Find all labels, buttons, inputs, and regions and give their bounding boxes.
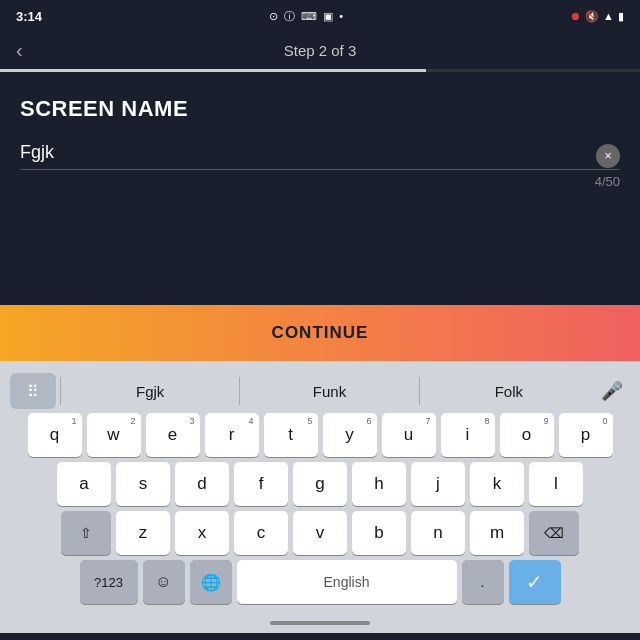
key-v[interactable]: v <box>293 511 347 555</box>
key-w[interactable]: 2w <box>87 413 141 457</box>
suggestion-divider-2 <box>239 377 240 405</box>
key-row-4: ?123 ☺ 🌐 English . ✓ <box>4 560 636 604</box>
key-n[interactable]: n <box>411 511 465 555</box>
key-row-3: ⇧ z x c v b n m ⌫ <box>4 511 636 555</box>
back-button[interactable]: ‹ <box>16 39 23 62</box>
key-row-1: 1q 2w 3e 4r 5t 6y 7u 8i 9o 0p <box>4 413 636 457</box>
key-e[interactable]: 3e <box>146 413 200 457</box>
key-h[interactable]: h <box>352 462 406 506</box>
suggestion-divider-1 <box>60 377 61 405</box>
suggestion-1[interactable]: Fgjk <box>65 383 235 400</box>
record-icon: ⏺ <box>570 10 581 22</box>
key-row-2: a s d f g h j k l <box>4 462 636 506</box>
space-key[interactable]: English <box>237 560 457 604</box>
key-t[interactable]: 5t <box>264 413 318 457</box>
screen-name-label: SCREEN NAME <box>20 96 620 122</box>
globe-key[interactable]: 🌐 <box>190 560 232 604</box>
mic-button[interactable]: 🎤 <box>594 373 630 409</box>
suggestion-grid-button[interactable]: ⠿ <box>10 373 56 409</box>
key-x[interactable]: x <box>175 511 229 555</box>
symbols-key[interactable]: ?123 <box>80 560 138 604</box>
continue-button[interactable]: CONTINUE <box>0 305 640 361</box>
key-g[interactable]: g <box>293 462 347 506</box>
main-content: SCREEN NAME × 4/50 <box>0 72 640 205</box>
key-r[interactable]: 4r <box>205 413 259 457</box>
keyboard: ⠿ Fgjk Funk Folk 🎤 1q 2w 3e 4r 5t 6y <box>0 361 640 613</box>
suggestion-divider-3 <box>419 377 420 405</box>
mic-icon: 🎤 <box>601 380 623 402</box>
mute-icon: 🔇 <box>585 10 599 23</box>
char-count: 4/50 <box>20 174 620 189</box>
home-indicator <box>270 621 370 625</box>
status-center-icons: ⊙ ⓘ ⌨ ▣ • <box>269 9 343 24</box>
camera-icon: ⊙ <box>269 10 278 23</box>
status-right-icons: ⏺ 🔇 ▲ ▮ <box>570 10 624 23</box>
key-s[interactable]: s <box>116 462 170 506</box>
dot-icon: • <box>339 10 343 22</box>
key-y[interactable]: 6y <box>323 413 377 457</box>
top-nav: ‹ Step 2 of 3 <box>0 32 640 69</box>
spacer <box>0 205 640 305</box>
suggestions-row: ⠿ Fgjk Funk Folk 🎤 <box>4 369 636 413</box>
key-b[interactable]: b <box>352 511 406 555</box>
emoji-key[interactable]: ☺ <box>143 560 185 604</box>
status-bar: 3:14 ⊙ ⓘ ⌨ ▣ • ⏺ 🔇 ▲ ▮ <box>0 0 640 32</box>
key-f[interactable]: f <box>234 462 288 506</box>
clear-button[interactable]: × <box>596 144 620 168</box>
key-p[interactable]: 0p <box>559 413 613 457</box>
input-container: × <box>20 142 620 170</box>
nav-title: Step 2 of 3 <box>284 42 357 59</box>
key-j[interactable]: j <box>411 462 465 506</box>
bottom-bar <box>0 613 640 633</box>
screen-name-input[interactable] <box>20 142 620 163</box>
key-l[interactable]: l <box>529 462 583 506</box>
battery-icon: ▮ <box>618 10 624 23</box>
wifi-icon: ▲ <box>603 10 614 22</box>
key-c[interactable]: c <box>234 511 288 555</box>
app-icon: ▣ <box>323 10 333 23</box>
key-a[interactable]: a <box>57 462 111 506</box>
key-m[interactable]: m <box>470 511 524 555</box>
period-key[interactable]: . <box>462 560 504 604</box>
key-d[interactable]: d <box>175 462 229 506</box>
key-k[interactable]: k <box>470 462 524 506</box>
grid-icon: ⠿ <box>27 382 39 401</box>
suggestion-3[interactable]: Folk <box>424 383 594 400</box>
info-icon: ⓘ <box>284 9 295 24</box>
backspace-key[interactable]: ⌫ <box>529 511 579 555</box>
done-key[interactable]: ✓ <box>509 560 561 604</box>
keyboard-icon: ⌨ <box>301 10 317 23</box>
suggestion-2[interactable]: Funk <box>244 383 414 400</box>
status-time: 3:14 <box>16 9 42 24</box>
shift-key[interactable]: ⇧ <box>61 511 111 555</box>
key-o[interactable]: 9o <box>500 413 554 457</box>
key-z[interactable]: z <box>116 511 170 555</box>
key-q[interactable]: 1q <box>28 413 82 457</box>
key-u[interactable]: 7u <box>382 413 436 457</box>
key-i[interactable]: 8i <box>441 413 495 457</box>
